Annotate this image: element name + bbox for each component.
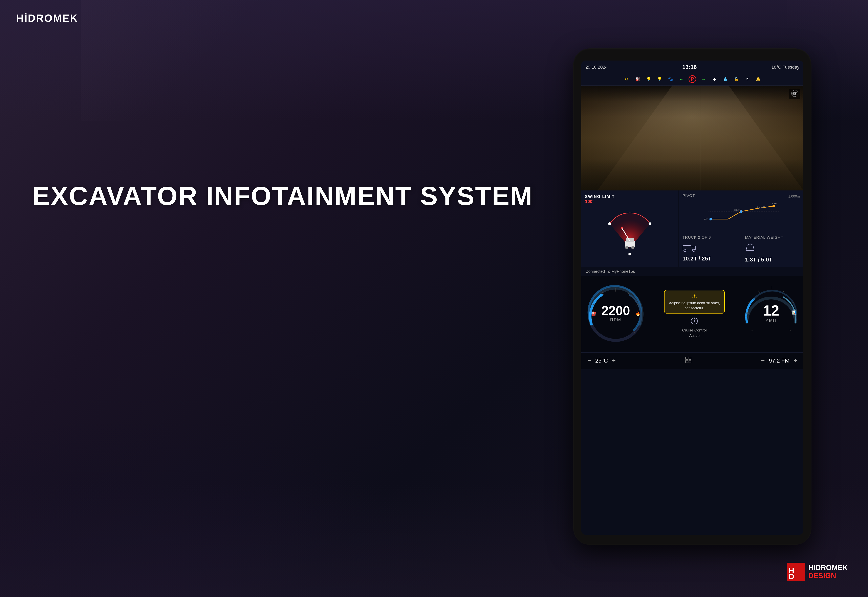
rpm-value-center: 2200 RPM (601, 304, 630, 322)
svg-point-32 (750, 243, 751, 244)
swing-svg (602, 208, 658, 260)
radio-increase-button[interactable]: + (794, 357, 797, 364)
hd-brand-text: HIDROMEK DESIGN (808, 564, 848, 580)
radio-value: 97.2 FM (769, 358, 790, 364)
weight-title: MATERIAL WEIGHT (745, 235, 783, 240)
svg-point-14 (649, 222, 651, 225)
profile-title: Pivot (682, 193, 695, 198)
status-bar: 29.10.2024 13:16 18°C Tuesday (581, 61, 803, 74)
connected-text: Connected To MyPhone15s (586, 269, 635, 273)
svg-point-19 (709, 218, 712, 220)
icon-light1: 💡 (645, 76, 652, 83)
brand-name: HİDROMEK (16, 12, 78, 24)
warning-icon: ⚠ (668, 293, 721, 299)
svg-line-52 (758, 291, 760, 293)
icon-arrow-left: ← (678, 76, 685, 83)
status-time: 13:16 (682, 64, 697, 70)
icon-arrow-right: → (700, 76, 707, 83)
weight-value: 1.3T / 5.0T (745, 257, 772, 263)
right-panels: Pivot 1.000m (679, 190, 803, 267)
weight-icon (745, 242, 755, 254)
camera-view (581, 86, 803, 190)
weight-svg (745, 242, 755, 252)
svg-point-48 (694, 321, 695, 322)
temp-increase-button[interactable]: + (612, 357, 616, 364)
hd-icon-svg: H D (787, 563, 805, 581)
truck-value: 10.2T / 25T (682, 255, 711, 262)
panels-row: SWING LIMIT 100° (581, 190, 803, 267)
svg-text:-0.350m: -0.350m (757, 205, 765, 208)
profile-panel: Pivot 1.000m (679, 190, 803, 232)
truck-title: TRUCK 2 OF 6 (682, 235, 711, 240)
profile-value1: 1.000m (788, 195, 800, 199)
status-icon-row: ⚙ ⛽ 💡 💡 🐾 ← P → ◆ 💧 🔒 ↺ 🔔 (581, 74, 803, 86)
icon-settings: ⚙ (623, 76, 630, 83)
svg-text:🔥: 🔥 (635, 311, 641, 316)
temperature-control: − 25°C + (587, 357, 616, 364)
icon-fuel: ⛽ (634, 76, 641, 83)
truck-icon (682, 242, 697, 253)
warning-text: Adipiscing ipsum dolor sit amet, consect… (668, 301, 721, 311)
svg-point-12 (621, 227, 623, 229)
icon-lock: 🔒 (733, 76, 740, 83)
svg-rect-65 (689, 360, 691, 363)
profile-svg: 40° -0.500m -0.350m 2.48° (682, 199, 800, 228)
info-panels-row: TRUCK 2 OF 6 10.2T / 25T (679, 232, 803, 267)
svg-rect-62 (685, 357, 688, 359)
svg-point-21 (773, 205, 775, 207)
truck-svg (682, 242, 697, 252)
rpm-number: 2200 (601, 304, 630, 317)
temperature-value: 25°C (595, 358, 608, 364)
icon-diamond: ◆ (711, 76, 718, 83)
cruise-label: Cruise ControlActive (682, 328, 706, 339)
weight-panel: MATERIAL WEIGHT 1.3T / 5.0T (742, 232, 803, 267)
icon-light2: 💡 (656, 76, 663, 83)
svg-rect-63 (689, 357, 691, 359)
swing-diagram (585, 204, 675, 263)
status-weather: 18°C Tuesday (771, 65, 800, 70)
icon-paw: 🐾 (667, 76, 674, 83)
svg-text:-0.500m: -0.500m (734, 209, 742, 211)
excavator-arm-silhouette-left (81, 0, 262, 121)
profile-panel-top: Pivot 1.000m (682, 193, 800, 199)
status-date: 29.10.2024 (586, 65, 608, 70)
radio-control: − 97.2 FM + (761, 357, 797, 364)
tablet-screen: 29.10.2024 13:16 18°C Tuesday ⚙ ⛽ 💡 💡 🐾 … (581, 61, 803, 535)
svg-point-13 (608, 222, 611, 225)
svg-text:🏎: 🏎 (746, 310, 749, 315)
camera-dark-overlay (581, 86, 803, 190)
tablet-device: 29.10.2024 13:16 18°C Tuesday ⚙ ⛽ 💡 💡 🐾 … (573, 48, 812, 545)
dashboard-row: ⛽ 🔥 2200 RPM ⚠ Adipiscing ipsum dolor si… (581, 276, 803, 352)
truck-panel: TRUCK 2 OF 6 10.2T / 25T (679, 232, 741, 267)
speed-gauge: 🏎 📊 12 KMH (743, 284, 800, 345)
swing-limit-label: SWING LIMIT 100° (585, 194, 675, 204)
svg-point-49 (691, 321, 692, 321)
svg-point-28 (684, 249, 686, 252)
hd-line2: DESIGN (808, 572, 848, 580)
svg-text:D: D (789, 572, 794, 581)
page-title: EXCAVATOR INFOTAINMENT SYSTEM (32, 181, 533, 211)
svg-point-29 (693, 249, 695, 252)
svg-line-47 (694, 319, 696, 320)
grid-icon[interactable] (685, 356, 692, 365)
icon-drop: 💧 (722, 76, 729, 83)
icon-parking: P (688, 75, 696, 83)
svg-text:⛽: ⛽ (592, 311, 596, 316)
speed-number: 12 (763, 303, 779, 318)
svg-text:40°: 40° (704, 217, 708, 221)
warning-badge: ⚠ Adipiscing ipsum dolor sit amet, conse… (664, 290, 725, 313)
hidromek-design-logo: H D HIDROMEK DESIGN (787, 563, 848, 581)
swing-angle-value: 100° (585, 199, 675, 204)
temp-decrease-button[interactable]: − (587, 357, 591, 364)
svg-point-9 (625, 246, 629, 249)
hidromek-logo: HİDROMEK (16, 12, 78, 24)
center-info: ⚠ Adipiscing ipsum dolor sit amet, conse… (646, 290, 743, 339)
camera-icon (791, 90, 798, 97)
icon-refresh: ↺ (743, 76, 751, 83)
camera-badge (789, 89, 800, 99)
bottom-controls: − 25°C + − 97.2 FM + (581, 352, 803, 368)
svg-text:2.48°: 2.48° (771, 202, 777, 205)
svg-line-59 (789, 330, 791, 331)
cruise-svg (690, 316, 699, 325)
radio-decrease-button[interactable]: − (761, 357, 765, 364)
